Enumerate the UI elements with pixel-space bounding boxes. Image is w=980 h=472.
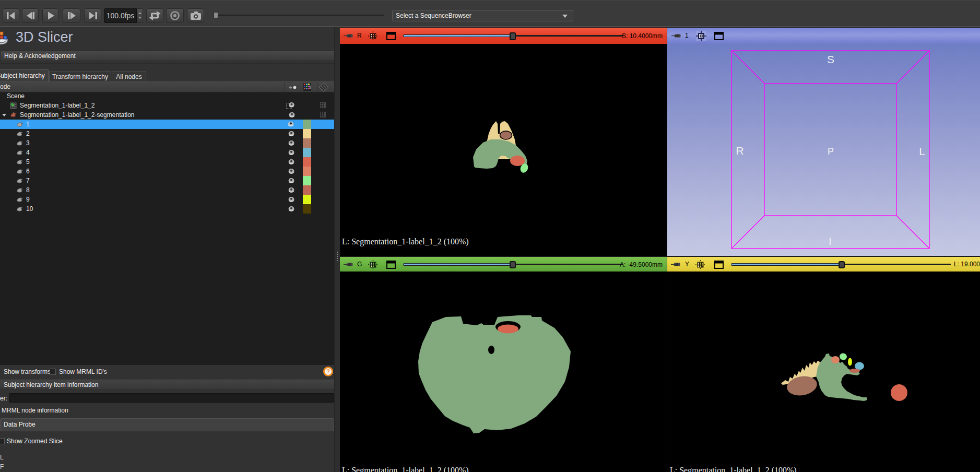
svg-text:R: R	[736, 145, 743, 157]
svg-text:I: I	[829, 235, 832, 247]
svg-text:P: P	[828, 146, 834, 157]
svg-text:S: S	[827, 53, 834, 65]
svg-text:L: L	[919, 145, 925, 157]
